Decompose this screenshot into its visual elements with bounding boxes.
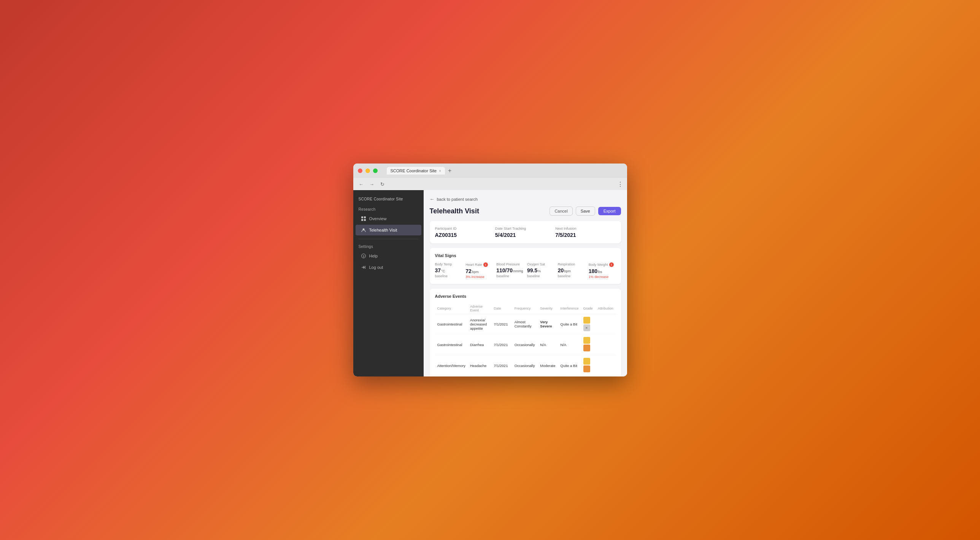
sidebar-site-name: SCORE Coordinator Site (353, 196, 424, 205)
vital-respiration: Respiration 20 bpm baseline (558, 263, 585, 279)
vital-oxygen-sat-label: Oxygen Sat (527, 263, 554, 266)
tab-close-icon[interactable]: × (439, 169, 441, 173)
vital-body-temp-label: Body Temp (435, 263, 462, 266)
active-tab[interactable]: SCORE Coordinator Site × (387, 167, 445, 175)
tab-bar: SCORE Coordinator Site × + (387, 167, 622, 175)
sidebar-item-telehealth[interactable]: Telehealth Visit (356, 225, 422, 236)
export-button[interactable]: Export (598, 207, 621, 215)
vital-oxygen-sat-value: 99.5 % (527, 268, 554, 273)
col-category: Category (435, 303, 468, 314)
sidebar-item-overview[interactable]: Overview (356, 213, 422, 224)
col-event: Adverse Event (468, 303, 492, 314)
help-icon: ? (361, 253, 366, 259)
participant-id-col: Participant ID AZ00315 (435, 226, 495, 238)
table-row: Pain Fatigue 7/1/2021 N/A Moderate Quite… (435, 376, 616, 377)
reload-button[interactable]: ↻ (379, 180, 387, 188)
col-date: Date (491, 303, 512, 314)
page-header: Telehealth Visit Cancel Save Export (430, 207, 621, 216)
date-start-col: Date Start Tracking 5/4/2021 (495, 226, 555, 238)
cell-category-2: Attention/Memory (435, 355, 468, 376)
cell-category-1: Gastrointestinal (435, 334, 468, 355)
minimize-traffic-light[interactable] (366, 169, 370, 173)
cell-frequency-0: Almost Constantly (512, 314, 538, 334)
vital-blood-pressure-label: Blood Pressure (496, 263, 523, 266)
vital-signs-title: Vital Signs (435, 253, 616, 258)
vitals-grid: Body Temp 37 °C baseline Heart Rate ! (435, 263, 616, 279)
grid-icon (361, 216, 366, 221)
col-interference: Interference (558, 303, 581, 314)
close-traffic-light[interactable] (358, 169, 363, 173)
date-start-label: Date Start Tracking (495, 226, 547, 231)
svg-rect-1 (364, 217, 366, 218)
cell-category-3: Pain (435, 376, 468, 377)
cell-grade-3 (581, 376, 595, 377)
next-infusion-value: 7/5/2021 (555, 232, 608, 238)
cell-grade-1 (581, 334, 595, 355)
back-button[interactable]: ← (357, 180, 366, 188)
col-severity: Severity (538, 303, 558, 314)
new-tab-icon[interactable]: + (448, 167, 452, 174)
vital-oxygen-sat-change: baseline (527, 274, 554, 278)
save-button[interactable]: Save (576, 207, 595, 216)
cell-date-3: 7/1/2021 (491, 376, 512, 377)
forward-button[interactable]: → (368, 180, 376, 188)
next-infusion-col: Next Infusion 7/5/2021 (555, 226, 615, 238)
cell-event-3: Fatigue (468, 376, 492, 377)
vital-blood-pressure: Blood Pressure 110/70 mmHg baseline (496, 263, 523, 279)
vital-body-weight-change: 1% decrease (589, 275, 616, 279)
back-arrow-icon: ← (430, 196, 435, 202)
cell-attribution-2 (595, 355, 616, 376)
vital-signs-card: Vital Signs Body Temp 37 °C baseline (430, 248, 621, 284)
browser-more-icon[interactable]: ⋮ (617, 181, 623, 188)
date-start-value: 5/4/2021 (495, 232, 547, 238)
cell-interference-1: N/A (558, 334, 581, 355)
maximize-traffic-light[interactable] (373, 169, 378, 173)
browser-nav: ← → ↻ ⋮ (353, 178, 627, 190)
page-title: Telehealth Visit (430, 207, 479, 215)
cell-interference-2: Quite a Bit (558, 355, 581, 376)
browser-window: SCORE Coordinator Site × + ← → ↻ ⋮ SCORE… (353, 164, 627, 376)
sidebar-item-logout[interactable]: Log out (356, 262, 422, 272)
col-grade: Grade (581, 303, 595, 314)
patient-info-grid: Participant ID AZ00315 Date Start Tracki… (435, 226, 616, 238)
svg-text:?: ? (363, 255, 364, 258)
cancel-button[interactable]: Cancel (549, 207, 572, 216)
grade-btn2-2[interactable] (583, 365, 590, 372)
patient-info-card: Participant ID AZ00315 Date Start Tracki… (430, 221, 621, 244)
vital-heart-rate-change: 3% increase (466, 275, 492, 279)
cell-grade-0: ✕ (581, 314, 595, 334)
grade-btn1-1[interactable] (583, 337, 590, 344)
grade-btn2-1[interactable] (583, 344, 590, 351)
cell-event-0: Anorexia/ decreased appetite (468, 314, 492, 334)
sidebar-research-label: Research (353, 205, 424, 213)
vital-body-temp-value: 37 °C (435, 268, 462, 273)
table-header-row: Category Adverse Event Date Frequency Se… (435, 303, 616, 314)
sidebar-help-label: Help (369, 254, 378, 258)
grade-btn1-0[interactable] (583, 317, 590, 323)
table-row: Gastrointestinal Anorexia/ decreased app… (435, 314, 616, 334)
sidebar-telehealth-label: Telehealth Visit (369, 228, 398, 233)
cell-frequency-1: Occasionally (512, 334, 538, 355)
back-link-text: back to patient search (437, 197, 478, 202)
vital-body-weight: Body Weight ! 180 lbs 1% decrease (589, 263, 616, 279)
vital-body-weight-label: Body Weight ! (589, 263, 616, 267)
svg-rect-2 (361, 219, 363, 221)
vital-respiration-change: baseline (558, 274, 585, 278)
cell-frequency-2: Occasionally (512, 355, 538, 376)
sidebar-item-help[interactable]: ? Help (356, 251, 422, 261)
vital-blood-pressure-value: 110/70 mmHg (496, 268, 523, 273)
body-weight-alert-icon: ! (609, 263, 614, 267)
col-frequency: Frequency (512, 303, 538, 314)
vital-heart-rate-value: 72 bpm (466, 268, 492, 274)
vital-heart-rate-label: Heart Rate ! (466, 263, 492, 267)
grade-btn2-0[interactable]: ✕ (583, 324, 590, 331)
back-link[interactable]: ← back to patient search (430, 196, 621, 202)
svg-rect-3 (364, 219, 366, 221)
tab-label: SCORE Coordinator Site (391, 169, 437, 173)
table-row: Attention/Memory Headache 7/1/2021 Occas… (435, 355, 616, 376)
grade-btn1-2[interactable] (583, 358, 590, 365)
cell-category-0: Gastrointestinal (435, 314, 468, 334)
main-content: ← back to patient search Telehealth Visi… (424, 190, 627, 376)
cell-event-1: Diarrhea (468, 334, 492, 355)
cell-attribution-0 (595, 314, 616, 334)
